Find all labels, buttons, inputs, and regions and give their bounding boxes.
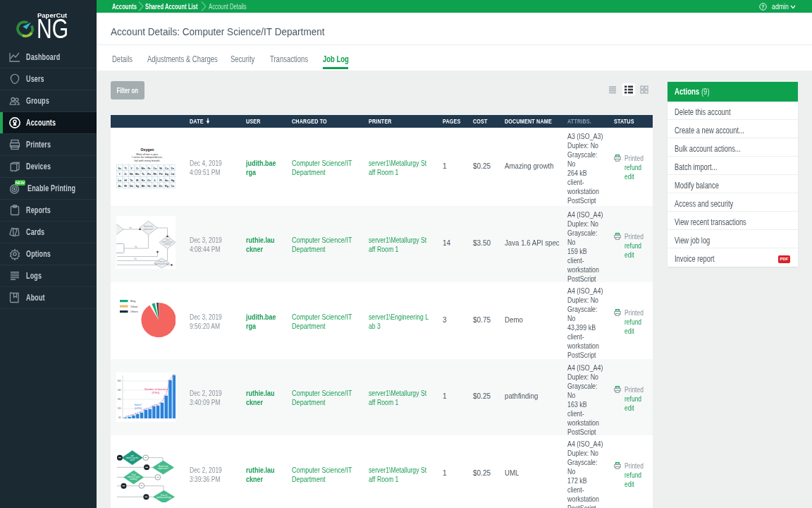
svg-text:Ag: Ag xyxy=(165,173,168,176)
svg-text:51: 51 xyxy=(118,183,119,184)
svg-text:180: 180 xyxy=(117,398,121,401)
svg-text:31: 31 xyxy=(118,171,119,172)
svg-text:36: 36 xyxy=(147,171,148,172)
svg-text:60: 60 xyxy=(118,416,121,419)
svg-text:impressive?: impressive? xyxy=(144,227,154,230)
svg-text:48: 48 xyxy=(159,177,160,178)
svg-text:Ru: Ru xyxy=(147,173,151,176)
svg-text:Fe: Fe xyxy=(147,167,150,169)
svg-text:Number of batches: Number of batches xyxy=(144,388,167,391)
svg-text:42: 42 xyxy=(123,177,125,178)
svg-text:52: 52 xyxy=(123,183,125,184)
svg-text:26: 26 xyxy=(147,166,148,167)
svg-text:reading?: reading? xyxy=(164,243,171,246)
svg-text:Zn: Zn xyxy=(171,167,174,169)
svg-text:Hs: Hs xyxy=(147,184,151,187)
svg-text:Oxygen: Oxygen xyxy=(140,147,154,151)
svg-text:120: 120 xyxy=(117,407,121,410)
svg-text:39: 39 xyxy=(164,171,166,172)
svg-text:No: No xyxy=(135,245,137,248)
svg-text:50: 50 xyxy=(171,177,172,178)
svg-text:59: 59 xyxy=(164,183,166,184)
svg-text:38: 38 xyxy=(159,171,160,172)
svg-text:53: 53 xyxy=(129,183,130,184)
svg-text:33: 33 xyxy=(129,171,130,172)
svg-text:Tc: Tc xyxy=(142,173,144,176)
svg-text:49: 49 xyxy=(164,177,166,178)
svg-text:start?: start? xyxy=(130,459,135,461)
svg-text:32: 32 xyxy=(123,171,125,172)
svg-text:34: 34 xyxy=(135,171,137,172)
svg-text:Cd: Cd xyxy=(171,173,174,176)
svg-text:Ac: Ac xyxy=(118,184,121,187)
svg-text:57: 57 xyxy=(153,183,154,184)
svg-text:30: 30 xyxy=(171,166,172,167)
svg-text:Bh: Bh xyxy=(142,184,145,187)
svg-text:Mn: Mn xyxy=(141,167,144,169)
svg-text:Value*: Value* xyxy=(135,404,142,406)
svg-text:Mo: Mo xyxy=(135,173,140,176)
svg-text:(LPG): (LPG) xyxy=(135,407,142,410)
svg-text:spelling and logic: spelling and logic xyxy=(155,262,170,265)
svg-text:22: 22 xyxy=(123,166,125,167)
svg-text:Co: Co xyxy=(153,167,157,169)
svg-text:Db: Db xyxy=(130,184,134,187)
svg-text:27: 27 xyxy=(153,166,154,167)
svg-text:Ni: Ni xyxy=(159,167,162,169)
svg-text:Sc: Sc xyxy=(118,167,121,169)
svg-text:47: 47 xyxy=(153,177,154,178)
svg-text:56: 56 xyxy=(147,183,148,184)
svg-text:reading?: reading? xyxy=(130,478,137,480)
svg-text:Others: Others xyxy=(130,310,138,313)
svg-text:Cr: Cr xyxy=(136,167,140,169)
svg-text:23: 23 xyxy=(129,166,130,167)
svg-text:37: 37 xyxy=(153,171,154,172)
svg-text:Pd: Pd xyxy=(159,173,163,176)
svg-text:Nb: Nb xyxy=(130,173,134,176)
svg-text:?: ? xyxy=(761,4,764,9)
svg-text:(PNG): (PNG) xyxy=(152,392,160,394)
svg-text:Need to be: Need to be xyxy=(144,225,153,228)
svg-text:Hg: Hg xyxy=(171,179,174,181)
svg-text:21: 21 xyxy=(118,166,119,167)
svg-text:Yes: Yes xyxy=(134,258,137,260)
svg-text:Cn: Cn xyxy=(171,184,174,187)
svg-text:240: 240 xyxy=(117,389,121,392)
svg-text:55: 55 xyxy=(141,183,142,184)
svg-text:Re: Re xyxy=(142,179,145,181)
svg-text:fail with every breath.: fail with every breath. xyxy=(135,158,161,162)
svg-text:Ti: Ti xyxy=(125,167,127,169)
svg-text:44: 44 xyxy=(135,177,137,178)
svg-text:impressive?: impressive? xyxy=(158,467,168,470)
svg-text:54: 54 xyxy=(135,183,137,184)
svg-text:W: W xyxy=(136,179,139,181)
svg-text:Zr: Zr xyxy=(124,173,127,176)
svg-text:Yes: Yes xyxy=(129,226,133,229)
svg-text:Sg: Sg xyxy=(135,184,139,187)
svg-text:spelling and logic: spelling and logic xyxy=(156,496,172,499)
svg-text:28: 28 xyxy=(159,166,160,167)
svg-text:Ds: Ds xyxy=(159,184,163,187)
svg-text:35: 35 xyxy=(141,171,142,172)
svg-text:46: 46 xyxy=(147,177,148,178)
svg-text:Au: Au xyxy=(165,179,168,181)
svg-text:Os: Os xyxy=(147,179,151,181)
svg-text:Cu: Cu xyxy=(165,167,168,169)
svg-text:29: 29 xyxy=(164,166,166,167)
svg-text:60: 60 xyxy=(171,183,172,184)
svg-text:58: 58 xyxy=(159,183,160,184)
svg-text:24: 24 xyxy=(135,166,137,167)
svg-text:45: 45 xyxy=(141,177,142,178)
svg-text:300: 300 xyxy=(117,380,121,382)
svg-text:Yahoo: Yahoo xyxy=(130,305,137,308)
svg-text:Rg: Rg xyxy=(165,184,168,187)
svg-text:Rh: Rh xyxy=(153,173,156,176)
svg-text:25: 25 xyxy=(141,166,142,167)
svg-text:41: 41 xyxy=(118,177,119,178)
svg-text:43: 43 xyxy=(129,177,130,178)
svg-text:Bing: Bing xyxy=(130,300,135,303)
svg-text:40: 40 xyxy=(171,171,172,172)
